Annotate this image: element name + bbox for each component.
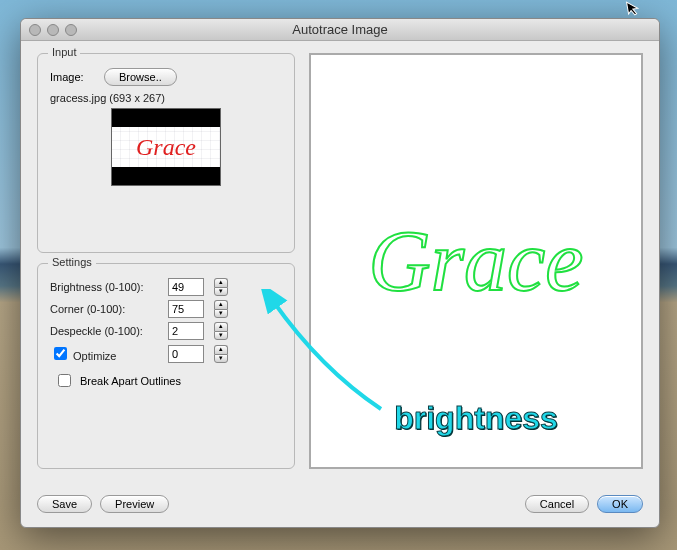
autotrace-dialog: Autotrace Image Input Image: Browse.. gr…: [20, 18, 660, 528]
preview-button[interactable]: Preview: [100, 495, 169, 513]
dialog-footer: Save Preview Cancel OK: [21, 481, 659, 527]
browse-button[interactable]: Browse..: [104, 68, 177, 86]
optimize-step-down[interactable]: ▾: [214, 354, 228, 363]
corner-step-up[interactable]: ▴: [214, 300, 228, 309]
corner-input[interactable]: [168, 300, 204, 318]
break-apart-checkbox[interactable]: [58, 374, 71, 387]
window-title: Autotrace Image: [21, 22, 659, 37]
brightness-step-down[interactable]: ▾: [214, 287, 228, 296]
break-apart-label: Break Apart Outlines: [80, 375, 181, 387]
despeckle-step-up[interactable]: ▴: [214, 322, 228, 331]
settings-group: Settings Brightness (0-100): ▴ ▾ Corner …: [37, 263, 295, 469]
annotation-label: brightness: [394, 400, 558, 437]
corner-step-down[interactable]: ▾: [214, 309, 228, 318]
brightness-step-up[interactable]: ▴: [214, 278, 228, 287]
input-group: Input Image: Browse.. gracess.jpg (693 x…: [37, 53, 295, 253]
corner-label: Corner (0-100):: [50, 303, 160, 315]
window-controls: [29, 24, 77, 36]
left-column: Input Image: Browse.. gracess.jpg (693 x…: [37, 53, 295, 469]
brightness-stepper[interactable]: ▴ ▾: [214, 278, 228, 296]
trace-output-text: Grace: [369, 218, 584, 304]
optimize-label: Optimize: [73, 350, 116, 362]
optimize-stepper[interactable]: ▴ ▾: [214, 345, 228, 363]
despeckle-input[interactable]: [168, 322, 204, 340]
image-label: Image:: [50, 71, 96, 83]
minimize-button[interactable]: [47, 24, 59, 36]
close-button[interactable]: [29, 24, 41, 36]
corner-stepper[interactable]: ▴ ▾: [214, 300, 228, 318]
preview-pane: Grace brightness: [309, 53, 643, 469]
despeckle-step-down[interactable]: ▾: [214, 331, 228, 340]
cancel-button[interactable]: Cancel: [525, 495, 589, 513]
zoom-button[interactable]: [65, 24, 77, 36]
settings-group-label: Settings: [48, 256, 96, 268]
input-group-label: Input: [48, 46, 80, 58]
input-thumbnail: Grace: [111, 108, 221, 186]
save-button[interactable]: Save: [37, 495, 92, 513]
thumbnail-text: Grace: [136, 134, 196, 161]
despeckle-stepper[interactable]: ▴ ▾: [214, 322, 228, 340]
filename-text: gracess.jpg (693 x 267): [50, 92, 282, 104]
titlebar[interactable]: Autotrace Image: [21, 19, 659, 41]
ok-button[interactable]: OK: [597, 495, 643, 513]
cursor-icon: [624, 0, 643, 21]
brightness-input[interactable]: [168, 278, 204, 296]
dialog-content: Input Image: Browse.. gracess.jpg (693 x…: [21, 41, 659, 481]
optimize-step-up[interactable]: ▴: [214, 345, 228, 354]
despeckle-label: Despeckle (0-100):: [50, 325, 160, 337]
optimize-wrap: Optimize: [50, 344, 160, 363]
brightness-label: Brightness (0-100):: [50, 281, 160, 293]
optimize-checkbox[interactable]: [54, 347, 67, 360]
optimize-input[interactable]: [168, 345, 204, 363]
